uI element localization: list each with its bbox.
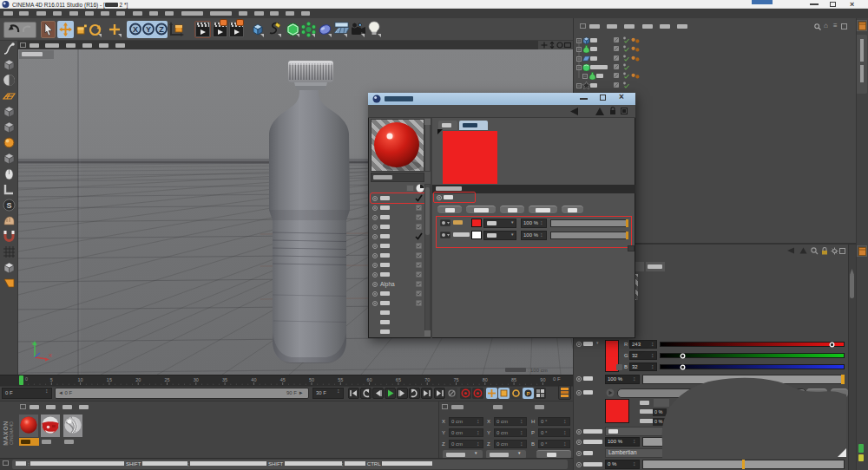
svg-text:Y: Y: [146, 25, 151, 34]
svg-text:20: 20: [135, 377, 141, 382]
svg-text:45: 45: [280, 377, 286, 382]
svg-text:75: 75: [453, 377, 458, 382]
svg-text:80: 80: [483, 377, 488, 382]
svg-text:Z: Z: [159, 25, 164, 34]
svg-text:50: 50: [309, 377, 314, 382]
svg-text:65: 65: [396, 377, 401, 382]
svg-text:85: 85: [511, 377, 516, 382]
svg-text:30: 30: [194, 377, 199, 382]
svg-text:P: P: [526, 391, 529, 396]
svg-text:15: 15: [107, 377, 112, 382]
svg-text:Y: Y: [31, 341, 35, 346]
svg-text:X: X: [133, 25, 138, 34]
svg-text:40: 40: [251, 377, 256, 382]
svg-text:60: 60: [367, 377, 372, 382]
svg-text:X: X: [49, 353, 52, 358]
svg-text:35: 35: [222, 377, 227, 382]
svg-text:55: 55: [338, 377, 343, 382]
svg-text:25: 25: [164, 377, 169, 382]
svg-text:90: 90: [540, 377, 545, 382]
svg-text:70: 70: [424, 377, 430, 382]
svg-text:5: 5: [50, 377, 53, 382]
svg-text:S: S: [6, 201, 11, 210]
svg-text:10: 10: [78, 377, 83, 382]
